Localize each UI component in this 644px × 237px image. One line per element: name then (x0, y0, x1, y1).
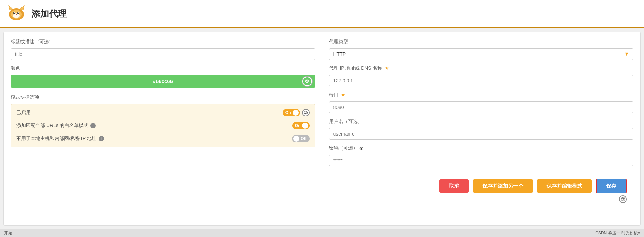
port-required-star: ★ (341, 92, 345, 97)
status-bar: 开始 CSDN @孟一 时光如梭x (0, 229, 644, 237)
color-picker[interactable]: #66cc66 ① (11, 75, 315, 88)
password-input[interactable] (329, 155, 634, 166)
option-row-enabled: 已启用 On ② (16, 109, 310, 116)
title-label: 标题或描述（可选） (11, 39, 315, 45)
password-section: 密码（可选） 👁 (329, 145, 634, 166)
save-button[interactable]: 保存 (596, 179, 627, 193)
footer-buttons: 取消 保存并添加另一个 保存并编辑模式 保存 ③ (11, 173, 633, 199)
toggle-localhost[interactable]: Off (292, 135, 309, 142)
ip-section: 代理 IP 地址或 DNS 名称 ★ (329, 65, 634, 86)
color-hex-value: #66cc66 (153, 78, 173, 84)
main-content: 标题或描述（可选） 颜色 #66cc66 ① 模式快捷选项 (3, 32, 641, 226)
password-label: 密码（可选） (329, 145, 358, 151)
circle-num-3: ③ (619, 195, 627, 203)
left-column: 标题或描述（可选） 颜色 #66cc66 ① 模式快捷选项 (11, 39, 315, 166)
proxy-type-select-wrapper: HTTP HTTPS SOCKS4 SOCKS5 ▼ (329, 48, 634, 60)
ip-required-star: ★ (385, 65, 389, 71)
svg-point-10 (18, 12, 19, 13)
color-label: 颜色 (11, 65, 315, 72)
info-icon-whitelist[interactable]: i (90, 123, 96, 128)
option-row-whitelist: 添加匹配全部 URLs 的白名单模式 i On (16, 122, 310, 129)
save-add-button[interactable]: 保存并添加另一个 (473, 179, 533, 193)
toggle-enabled[interactable]: On (283, 109, 300, 116)
save-edit-button[interactable]: 保存并编辑模式 (537, 179, 592, 193)
proxy-type-label: 代理类型 (329, 39, 634, 45)
svg-point-7 (13, 12, 15, 14)
app-header: 添加代理 (0, 0, 644, 28)
toggle-on-label: On (285, 110, 291, 115)
password-label-row: 密码（可选） 👁 (329, 145, 634, 153)
page-title: 添加代理 (31, 8, 67, 20)
circle-num-2: ② (302, 109, 310, 116)
ip-label: 代理 IP 地址或 DNS 名称 ★ (329, 65, 634, 72)
color-section: 颜色 #66cc66 ① (11, 65, 315, 88)
color-circle-num: ① (302, 77, 312, 86)
ip-input[interactable] (329, 75, 634, 86)
port-input[interactable] (329, 101, 634, 113)
toggle-knob-3 (293, 136, 299, 142)
svg-point-11 (16, 14, 17, 15)
username-label: 用户名（可选） (329, 118, 634, 125)
svg-point-8 (17, 12, 19, 14)
option-localhost-label: 不用于本地主机和内部网/私密 IP 地址 (16, 136, 96, 142)
quick-options-section: 模式快捷选项 已启用 On (11, 94, 315, 147)
option-row-localhost: 不用于本地主机和内部网/私密 IP 地址 i Off (16, 135, 310, 142)
port-section: 端口 ★ (329, 92, 634, 113)
port-label: 端口 ★ (329, 92, 634, 98)
option-whitelist-label: 添加匹配全部 URLs 的白名单模式 (16, 123, 88, 129)
svg-point-9 (14, 12, 15, 13)
status-left: 开始 (4, 230, 12, 236)
proxy-type-select[interactable]: HTTP HTTPS SOCKS4 SOCKS5 (329, 48, 634, 60)
quick-options-panel: 已启用 On ② (11, 104, 315, 147)
username-input[interactable] (329, 128, 634, 140)
toggle-off-label: Off (301, 136, 306, 141)
info-icon-localhost[interactable]: i (99, 136, 104, 141)
username-section: 用户名（可选） (329, 118, 634, 140)
fox-logo-icon (7, 4, 26, 23)
toggle-knob-2 (302, 123, 308, 129)
quick-options-label: 模式快捷选项 (11, 94, 315, 100)
title-section: 标题或描述（可选） (11, 39, 315, 60)
title-input[interactable] (11, 48, 315, 60)
cancel-button[interactable]: 取消 (439, 179, 469, 193)
eye-icon[interactable]: 👁 (359, 146, 364, 152)
toggle-whitelist[interactable]: On (292, 122, 310, 129)
proxy-type-section: 代理类型 HTTP HTTPS SOCKS4 SOCKS5 ▼ (329, 39, 634, 60)
form-grid: 标题或描述（可选） 颜色 #66cc66 ① 模式快捷选项 (11, 39, 633, 166)
toggle-on-label-2: On (295, 123, 301, 128)
right-column: 代理类型 HTTP HTTPS SOCKS4 SOCKS5 ▼ 代 (329, 39, 634, 166)
option-enabled-label: 已启用 (16, 110, 31, 116)
app-wrapper: 添加代理 标题或描述（可选） 颜色 #66cc66 ① (0, 0, 644, 237)
status-right: CSDN @孟一 时光如梭x (595, 230, 640, 236)
toggle-knob (293, 110, 299, 116)
